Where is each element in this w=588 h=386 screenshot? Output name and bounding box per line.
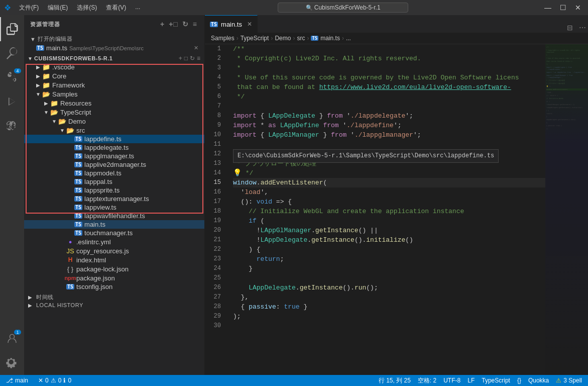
new-file-btn[interactable]: + <box>159 19 166 29</box>
tree-item-lappmodel[interactable]: TS lappmodel.ts <box>24 169 204 177</box>
menu-edit[interactable]: 编辑(E) <box>44 3 72 13</box>
split-editor-btn[interactable]: ⊟ <box>565 23 575 33</box>
minimize-button[interactable]: ― <box>542 3 554 13</box>
touchmanager-label: touchmanager.ts <box>82 229 204 237</box>
tree-item-lappview[interactable]: TS lappview.ts <box>24 203 204 212</box>
lappsprite-label: lappsprite.ts <box>82 186 204 194</box>
tree-local-history[interactable]: ▶ LOCAL HISTORY <box>24 302 204 309</box>
breadcrumb-src[interactable]: src <box>297 35 305 42</box>
tree-item-framework[interactable]: ▶ 📁 Framework <box>24 80 204 89</box>
tree-item-lapptexturemanager[interactable]: TS lapptexturemanager.ts <box>24 195 204 203</box>
activity-settings[interactable] <box>0 351 24 375</box>
code-line-28: { passive: true } <box>233 302 545 312</box>
activity-extensions[interactable] <box>0 114 24 138</box>
new-folder-btn[interactable]: +□ <box>168 19 179 29</box>
close-button[interactable]: ✕ <box>572 3 584 13</box>
menu-view[interactable]: 查看(V) <box>102 3 130 13</box>
tree-item-lappsprite[interactable]: TS lappsprite.ts <box>24 186 204 195</box>
breadcrumb-main-ts[interactable]: TS main.ts <box>311 35 340 42</box>
tree-item-samples[interactable]: ▼ 📂 Samples <box>24 89 204 99</box>
collapse-icon[interactable]: ≡ <box>197 55 200 62</box>
code-line-30 <box>233 321 545 331</box>
status-spaces[interactable]: 空格: 2 <box>416 376 438 385</box>
refresh-btn[interactable]: ↻ <box>181 19 190 29</box>
eslintrc-label: .eslintrc.yml <box>74 238 204 246</box>
tree-item-lappglmanager[interactable]: TS lappglmanager.ts <box>24 152 204 160</box>
collapse-btn[interactable]: ≡ <box>192 19 198 29</box>
code-line-23: return; <box>233 254 545 264</box>
breadcrumb-samples[interactable]: Samples <box>211 35 234 42</box>
quokka-label: Quokka <box>528 377 549 384</box>
tab-main-ts[interactable]: TS main.ts ✕ <box>205 15 258 33</box>
tree-item-vscode[interactable]: ▶ 📁 .vscode <box>24 62 204 71</box>
lapptexturemanager-ts-icon: TS <box>74 196 82 202</box>
tree-item-lapppal[interactable]: TS lapppal.ts <box>24 177 204 186</box>
vscode-label: .vscode <box>50 63 204 71</box>
spell-warning-icon: ⚠ <box>556 377 561 384</box>
package-lock-label: package-lock.json <box>74 265 204 273</box>
tree-item-main[interactable]: TS main.ts <box>24 220 204 229</box>
tree-item-lapplive2dmanager[interactable]: TS lapplive2dmanager.ts <box>24 160 204 169</box>
activity-run[interactable] <box>0 89 24 114</box>
refresh-icon[interactable]: ↻ <box>190 55 195 62</box>
status-branch[interactable]: ⎇ main <box>4 377 30 384</box>
tree-item-resources[interactable]: ▶ 📁 Resources <box>24 99 204 108</box>
menu-more[interactable]: ... <box>131 3 144 13</box>
status-spell[interactable]: ⚠ 3 Spell <box>554 377 584 384</box>
status-live2d[interactable]: {} <box>515 377 523 384</box>
tree-timeline[interactable]: ▶ 时间线 <box>24 293 204 302</box>
lappdelegate-label: lappdelegate.ts <box>82 144 204 151</box>
lappmodel-label: lappmodel.ts <box>82 169 204 177</box>
sidebar-title: 资源管理器 <box>30 21 60 28</box>
tree-item-eslintrc[interactable]: ● .eslintrc.yml <box>24 237 204 246</box>
tab-label: main.ts <box>221 21 242 28</box>
eslintrc-icon: ● <box>66 238 74 246</box>
status-encoding[interactable]: UTF-8 <box>441 377 462 384</box>
more-actions-btn[interactable]: ⋯ <box>577 23 588 33</box>
lappview-label: lappview.ts <box>82 204 204 211</box>
tree-item-demo[interactable]: ▼ 📂 Demo <box>24 117 204 126</box>
breadcrumb-more[interactable]: ... <box>346 35 351 42</box>
status-errors[interactable]: ✕ 0 ⚠ 0 ℹ 0 <box>36 377 73 384</box>
search-box[interactable]: 🔍 CubismSdkForWeb-5-r.1 <box>278 3 408 13</box>
tree-item-lappdelegate[interactable]: TS lappdelegate.ts <box>24 143 204 152</box>
tree-item-index[interactable]: H index.html <box>24 255 204 264</box>
tree-item-package-lock[interactable]: { } package-lock.json <box>24 264 204 273</box>
tree-item-src[interactable]: ▼ 📂 src <box>24 126 204 135</box>
breadcrumb-demo[interactable]: Demo <box>275 35 291 42</box>
tree-item-lappdefine[interactable]: TS lappdefine.ts <box>24 135 204 143</box>
open-editors-header[interactable]: ▼ 打开的编辑器 <box>24 34 204 44</box>
index-label: index.html <box>74 256 204 264</box>
code-line-16: 'load', <box>233 187 545 197</box>
breadcrumb-typescript[interactable]: TypeScript <box>241 35 269 42</box>
code-editor[interactable]: /** * Copyright(c) Live2D Inc. All right… <box>229 44 545 375</box>
copy-resources-icon: JS <box>66 247 74 255</box>
new-file-icon[interactable]: + <box>179 55 182 62</box>
activity-source-control[interactable]: 4 <box>0 65 24 89</box>
status-quokka[interactable]: Quokka <box>526 377 551 384</box>
tree-item-copy-resources[interactable]: JS copy_resources.js <box>24 246 204 255</box>
code-line-26: LAppDelegate.getInstance().run(); <box>233 283 545 293</box>
tree-item-core[interactable]: ▶ 📁 Core <box>24 71 204 80</box>
tree-item-lappwavfilehandler[interactable]: TS lappwavfilehandler.ts <box>24 212 204 220</box>
tab-close-btn[interactable]: ✕ <box>247 21 252 28</box>
activity-accounts[interactable]: 1 <box>0 327 24 351</box>
tree-root[interactable]: ▼ CUBISMSDKFORWEB-5-R.1 + □ ↻ ≡ <box>24 54 204 62</box>
status-line-ending[interactable]: LF <box>465 377 477 384</box>
tree-item-package[interactable]: npm package.json <box>24 273 204 282</box>
activity-explorer[interactable] <box>0 17 24 41</box>
status-language[interactable]: TypeScript <box>480 377 512 384</box>
tree-item-typescript[interactable]: ▼ 📂 TypeScript <box>24 108 204 117</box>
main-ts-icon: TS <box>74 222 82 227</box>
tree-item-tsconfig[interactable]: TS tsconfig.json <box>24 282 204 291</box>
restore-button[interactable]: ☐ <box>557 3 569 13</box>
close-editor-btn[interactable]: ✕ <box>194 45 198 51</box>
new-folder-icon[interactable]: □ <box>184 55 188 62</box>
framework-label: Framework <box>50 81 204 89</box>
menu-file[interactable]: 文件(F) <box>15 3 43 13</box>
status-cursor[interactable]: 行 15, 列 25 <box>377 376 413 385</box>
activity-search[interactable] <box>0 41 24 65</box>
tree-item-touchmanager[interactable]: TS touchmanager.ts <box>24 229 204 237</box>
open-editor-main-ts[interactable]: TS main.ts Samples\TypeScript\Demo\src ✕ <box>24 44 204 52</box>
menu-select[interactable]: 选择(S) <box>73 3 101 13</box>
